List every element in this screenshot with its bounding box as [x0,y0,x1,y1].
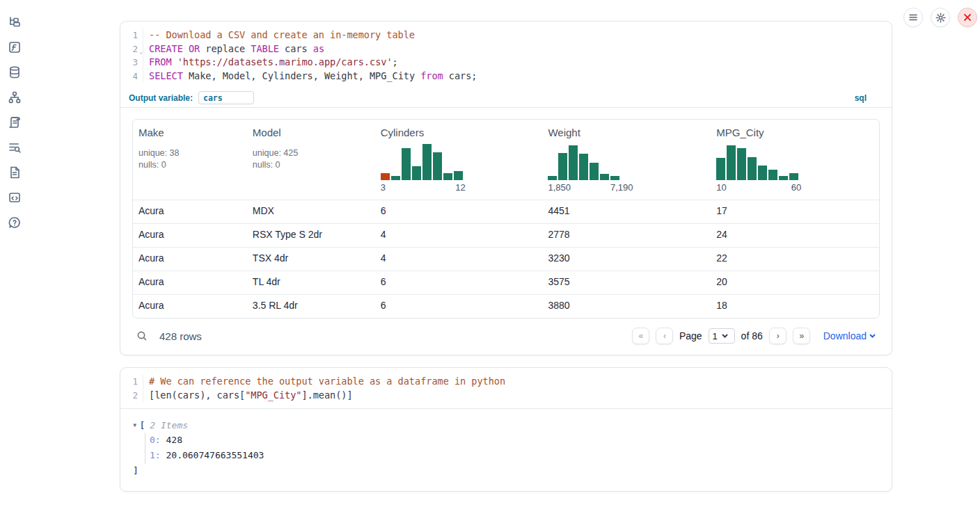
download-button[interactable]: Download [823,330,876,341]
chevron-down-icon [722,334,728,338]
python-code-editor[interactable]: 12 # We can reference the output variabl… [120,368,892,408]
next-page-button[interactable]: › [769,328,787,344]
code-line: # We can reference the output variable a… [149,375,892,389]
sql-line-numbers: 12⌄34 [120,29,143,83]
variables-icon[interactable] [8,40,22,54]
sql-code[interactable]: -- Download a CSV and create an in-memor… [143,29,892,83]
histogram-axis: 1,8507,190 [548,182,633,193]
output-variable-label: Output variable: [129,93,193,103]
histogram-bar [579,154,588,180]
table-row: AcuraTL 4dr6357520 [133,271,879,294]
histogram-bar [433,152,442,180]
histogram-axis: 1060 [716,182,801,193]
language-badge[interactable]: sql [855,93,867,103]
histogram-bar [548,176,557,180]
table-cell: Acura [133,295,247,318]
column-histogram: 1060 [716,144,801,193]
documentation-icon[interactable] [8,166,22,179]
table-cell: Acura [133,224,247,247]
table-cell: 3880 [542,295,711,318]
logs-icon[interactable] [8,140,22,154]
tree-close-bracket: ] [133,465,879,476]
row-count: 428 rows [159,330,202,342]
histogram-bar [381,173,390,180]
datasources-icon[interactable] [8,65,22,79]
column-title: MPG_City [716,127,874,138]
code-line: -- Download a CSV and create an in-memor… [149,29,892,42]
chevron-down-icon [869,334,876,338]
dependency-graph-icon[interactable] [8,90,22,104]
column-header[interactable]: Weight1,8507,190 [542,120,711,200]
table-cell: 2778 [542,224,711,247]
column-header[interactable]: Modelunique: 425nulls: 0 [247,120,375,200]
output-variable-input[interactable] [198,91,254,104]
close-button[interactable] [958,8,977,27]
table-cell: 4 [375,224,543,247]
tree-collapse-caret[interactable]: ▼ [133,422,136,428]
histogram-axis: 312 [381,182,466,193]
table-cell: RSX Type S 2dr [247,224,375,247]
close-icon [963,13,972,22]
table-cell: 6 [375,295,543,318]
sql-cell: 12⌄34 -- Download a CSV and create an in… [120,21,892,355]
column-header[interactable]: MPG_City1060 [711,120,879,200]
first-page-button[interactable]: « [632,328,649,344]
fold-caret-icon[interactable]: ⌄ [139,45,143,59]
settings-button[interactable] [931,8,950,27]
file-explorer-icon[interactable] [8,15,22,29]
table-cell: 6 [375,200,543,223]
search-icon[interactable] [136,330,148,342]
histogram-bar [558,153,567,180]
histogram-bar [789,173,798,180]
histogram-bar [779,176,788,180]
snippets-icon[interactable] [8,191,22,204]
column-histogram: 1,8507,190 [548,144,633,193]
tree-items-count: 2 Items [150,420,188,430]
sql-cell-output: Makeunique: 38nulls: 0Modelunique: 425nu… [120,108,892,355]
tree-items: 0: 4281: 20.060747663551403 [145,433,879,464]
column-title: Make [139,127,242,138]
page-select[interactable]: 1 [709,328,735,344]
python-code[interactable]: # We can reference the output variable a… [143,375,892,402]
python-cell: 12 # We can reference the output variabl… [120,367,892,491]
table-row: Acura3.5 RL 4dr6388018 [133,294,879,318]
page-label: Page [679,330,702,341]
line-number: 4 [120,70,138,83]
column-header[interactable]: Cylinders312 [375,120,543,200]
sql-code-editor[interactable]: 12⌄34 -- Download a CSV and create an in… [120,22,892,88]
scratchpad-icon[interactable] [8,115,22,129]
table-cell: MDX [247,200,375,223]
histogram-bar [716,158,725,180]
left-sidebar [8,15,22,230]
table-cell: 24 [711,224,879,247]
tree-item: 1: 20.060747663551403 [150,448,879,464]
prev-page-button[interactable]: ‹ [656,328,673,344]
table-cell: TL 4dr [247,271,375,294]
table-cell: Acura [133,248,247,271]
histogram-bar [768,170,777,180]
code-line: SELECT Make, Model, Cylinders, Weight, M… [149,70,892,83]
histogram-bar [590,163,599,180]
histogram-bar [391,176,400,180]
histogram-bar [748,157,757,180]
notebook-actions [903,8,977,27]
column-stats: unique: 38nulls: 0 [139,147,242,171]
line-number: 2⌄ [120,42,138,56]
gear-icon [935,13,946,23]
table-cell: 3230 [542,248,711,271]
table-cell: 3575 [542,271,711,294]
table-cell: 20 [711,271,879,294]
column-header[interactable]: Makeunique: 38nulls: 0 [133,120,247,200]
table-cell: 18 [711,295,879,318]
menu-button[interactable] [903,8,923,27]
last-page-button[interactable]: » [793,328,810,344]
line-number: 1 [120,375,138,389]
table-cell: 3.5 RL 4dr [247,295,375,318]
page-total-label: of 86 [741,330,763,341]
help-icon[interactable] [8,216,22,230]
table-cell: Acura [133,271,247,294]
table-cell: 4451 [542,200,711,223]
table-row: AcuraMDX6445117 [133,200,879,223]
column-title: Model [253,127,370,138]
hamburger-icon [908,13,918,22]
